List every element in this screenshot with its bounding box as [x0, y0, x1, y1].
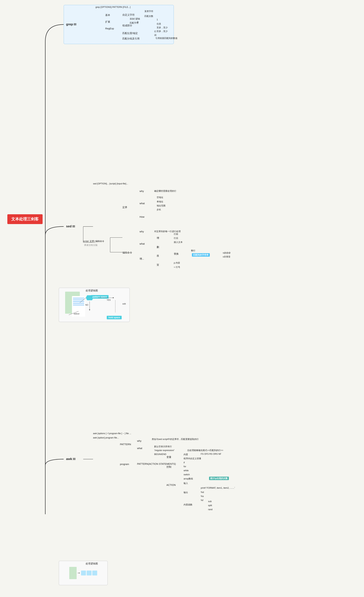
svg-marker-29 — [89, 309, 90, 311]
sed-what-dingjie: what — [139, 202, 145, 205]
sed-p-content: p 内容 — [174, 261, 180, 264]
mindmap-lines — [0, 0, 364, 597]
sed-no-sep: 两者没有分隔 — [84, 244, 97, 247]
awk-diag-boxes — [81, 571, 97, 575]
awk-command2: awk [option] program file... — [93, 437, 119, 439]
sed-command: sed [OPTION]... {script} [input-file]... — [93, 182, 128, 185]
awk-switch: switch — [184, 473, 190, 476]
sed-after-line: 行后 — [174, 237, 178, 240]
sed-add: 增 — [157, 236, 159, 240]
sed-label: sed — [66, 224, 75, 228]
sed-how-dingjie: How — [139, 215, 144, 218]
grep-line: 行 — [154, 30, 156, 33]
sed-declare: 宣 — [157, 263, 159, 267]
sed-s-flags: s非替音 — [223, 255, 231, 258]
awk-regex-pattern: '/regular expression/' — [154, 449, 174, 452]
awk-label: awk — [66, 457, 76, 461]
awk-icon — [73, 458, 76, 460]
awk-command1: awk [options ] -f program-file [ -- ] fi… — [93, 432, 131, 435]
sed-what-edit: what — [139, 243, 145, 245]
sed-diagram-box: pattern space hold space stdout edit YES… — [59, 288, 130, 322]
awk-percent-s: %s — [201, 495, 204, 498]
sed-dingjie: 定界 — [122, 206, 127, 209]
grep-extended: 扩展 — [105, 20, 110, 24]
sed-add-more: 增... — [139, 257, 144, 260]
main-container: 文本处理三剑客 grep grep [OPTIONS] PATTERN [FIL… — [0, 0, 364, 597]
sed-dan-addr: 单地址 — [157, 200, 163, 203]
awk-control: 控制 — [166, 465, 171, 469]
svg-marker-33 — [79, 573, 80, 573]
grep-atmost: 组成部分 至多，至少 — [157, 30, 168, 33]
awk-custom-var: 程序内自定义变量 — [184, 457, 201, 460]
grep-pos-anchor: 匹配位置/锚定 — [122, 31, 138, 35]
sed-edit-cmd: 编辑命令 — [122, 251, 132, 254]
grep-label: grep — [66, 22, 76, 26]
grep-basic: 基本 — [105, 14, 110, 17]
awk-array: array数组 — [184, 477, 193, 480]
awk-program: program — [120, 463, 129, 466]
sed-replace: 替换 — [174, 252, 179, 256]
sed-s-syntax: s@@@ — [223, 251, 231, 254]
sed-logic-label: 处理逻辑图 — [86, 289, 98, 292]
grep-match-count: 0 — [137, 21, 139, 24]
awk-pattern: PATTERN — [120, 443, 131, 446]
awk-diag-box3 — [92, 571, 97, 575]
grep-ref-desc: 引用前面匹配到的数值 — [155, 37, 178, 40]
grep-word: 词 — [154, 34, 156, 37]
sed-delete: 删 — [157, 245, 159, 249]
sed-insert-text: 插入文本 — [174, 241, 183, 244]
svg-line-25 — [80, 298, 86, 303]
grep-one: 任意 — [157, 22, 161, 25]
svg-marker-27 — [113, 297, 114, 298]
awk-action: ACTION — [166, 484, 176, 487]
awk-builtin-var: 内置 — [184, 453, 188, 456]
sed-kong-addr: 空地址 — [157, 196, 163, 199]
awk-if: if — [184, 461, 185, 464]
awk-what-pattern: what — [137, 447, 142, 450]
main-title: 文本处理三剑客 — [7, 214, 43, 224]
awk-array-badge: 统计ip出现的次数 — [208, 477, 229, 480]
sed-diagram-svg — [59, 288, 130, 322]
sed-match-str: 匹配到的字符串 — [191, 253, 210, 257]
awk-rand: rand — [208, 508, 212, 511]
awk-split: split — [208, 504, 212, 507]
awk-builtin-func: 内置函数 — [184, 503, 192, 506]
sed-whole-line: 整行 — [191, 249, 195, 252]
awk-output: 输出 — [184, 491, 188, 494]
awk-diag-box2 — [87, 571, 92, 575]
awk-sub: sub — [208, 500, 212, 503]
awk-percent-f: %f — [201, 499, 203, 502]
awk-diag-paper — [69, 567, 77, 579]
sed-why-dingjie: why — [139, 190, 144, 193]
grep-group-ref: 匹配分组及引用 — [122, 37, 139, 40]
grep-less-escape: 添加'|'逻辑 — [130, 17, 140, 20]
awk-diag-box1 — [81, 571, 86, 575]
awk-regex-desc: 仅处理能够被此模式==匹配到的行== — [187, 449, 223, 452]
awk-builtin-var-list: FS OFS RS ORS NF — [201, 453, 221, 455]
grep-icon — [74, 24, 76, 25]
grep-zero: 1 — [157, 18, 158, 21]
sed-script-label: script: 定界+编辑命令 — [83, 240, 104, 243]
sed-icon — [72, 225, 75, 227]
awk-beginend: BEGIN/END — [154, 453, 166, 456]
grep-custom-char: 某类字符 — [144, 10, 153, 13]
awk-printf: printf 'FORMAT, item1, item2, ……' — [201, 487, 235, 489]
awk-var: 变量 — [166, 456, 171, 459]
awk-arrow — [77, 571, 80, 575]
sed-before-line: 行前 — [174, 233, 178, 236]
grep-command: grep [OPTIONS] PATTERN [FILE...] — [95, 6, 131, 8]
svg-line-30 — [69, 311, 78, 315]
sed-why-edit: why — [139, 230, 144, 233]
awk-for: for — [184, 465, 186, 468]
awk-why-pattern: why — [137, 440, 141, 442]
awk-while: while — [184, 469, 189, 472]
awk-percent-d: %d — [201, 491, 204, 494]
sed-eq-line: = 行号 — [174, 266, 180, 269]
grep-component: 组成部分 — [122, 24, 132, 27]
awk-pattern-action: PATTERN(ACTION STATEMENTS) — [137, 463, 176, 465]
sed-addr-range: 地址范围 — [157, 204, 165, 207]
awk-diagram-inner — [68, 566, 98, 580]
grep-match-char: 自定义字符 — [122, 13, 135, 16]
awk-default-all: 默认空表示所有行 — [154, 445, 172, 448]
grep-any: 至多，至少 — [157, 26, 168, 29]
